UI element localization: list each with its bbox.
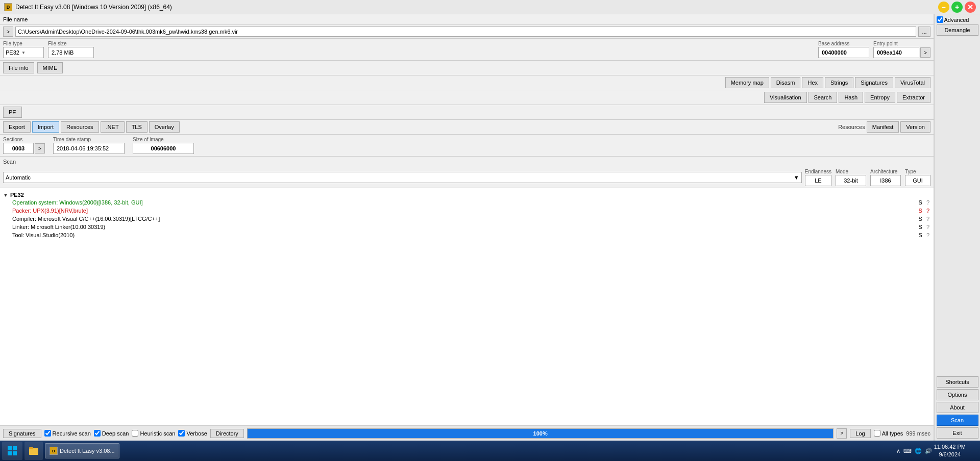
die-taskbar-label: Detect It Easy v3.08... — [60, 448, 115, 454]
pe-button[interactable]: PE — [3, 107, 22, 118]
scan-header: Scan — [0, 157, 934, 167]
sections-row: Sections 0003 > Time date stamp 2018-04-… — [0, 135, 934, 157]
memory-map-button[interactable]: Memory map — [725, 77, 769, 88]
mime-button[interactable]: MIME — [37, 62, 63, 73]
close-button[interactable]: ✕ — [965, 2, 976, 13]
directory-button[interactable]: Directory — [210, 429, 244, 438]
result-actions-4: S ? — [919, 232, 929, 238]
hash-button[interactable]: Hash — [839, 92, 863, 103]
signatures-button[interactable]: Signatures — [855, 77, 893, 88]
recursive-scan-text: Recursive scan — [53, 430, 91, 437]
manifest-button[interactable]: Manifest — [867, 121, 899, 133]
result-text-2: Compiler: Microsoft Visual C/C++(16.00.3… — [12, 216, 160, 222]
result-item-0: Operation system: Windows(2000)[I386, 32… — [2, 198, 932, 207]
resources-button[interactable]: Resources — [61, 121, 99, 133]
clock-date: 9/6/2024 — [934, 451, 966, 458]
verbose-text: Verbose — [186, 430, 207, 437]
file-manager-icon[interactable] — [24, 442, 43, 460]
type-group: Type GUI — [905, 169, 930, 186]
s-label-0[interactable]: S — [919, 199, 922, 206]
s-label-3[interactable]: S — [919, 224, 922, 230]
q-label-3[interactable]: ? — [926, 224, 929, 230]
mode-value: 32-bit — [836, 175, 866, 186]
heuristic-scan-label[interactable]: Heuristic scan — [132, 430, 175, 437]
mode-group: Mode 32-bit — [836, 169, 866, 186]
export-button[interactable]: Export — [3, 121, 31, 133]
s-label-2[interactable]: S — [919, 216, 922, 222]
file-type-arrow: ▼ — [21, 50, 26, 55]
sections-arrow-button[interactable]: > — [35, 143, 45, 153]
start-button[interactable] — [2, 442, 22, 460]
result-actions-2: S ? — [919, 216, 929, 222]
file-info-button[interactable]: File info — [3, 62, 34, 73]
search-button[interactable]: Search — [808, 92, 838, 103]
file-type-select[interactable]: PE32 ▼ — [3, 47, 44, 58]
q-label-4[interactable]: ? — [926, 232, 929, 238]
all-types-label[interactable]: All types — [874, 430, 903, 437]
minimize-button[interactable]: – — [938, 2, 949, 13]
disasm-button[interactable]: Disasm — [771, 77, 801, 88]
strings-button[interactable]: Strings — [825, 77, 853, 88]
virus-total-button[interactable]: VirusTotal — [895, 77, 930, 88]
q-label-2[interactable]: ? — [926, 216, 929, 222]
entropy-button[interactable]: Entropy — [865, 92, 895, 103]
deep-scan-checkbox[interactable] — [94, 430, 101, 437]
browse-button[interactable]: ... — [918, 27, 930, 37]
result-node-header[interactable]: ▼ PE32 — [2, 191, 932, 198]
maximize-button[interactable]: + — [951, 2, 963, 13]
network-icon[interactable]: 🌐 — [915, 448, 922, 454]
s-label-1[interactable]: S — [919, 208, 922, 214]
recursive-scan-label[interactable]: Recursive scan — [44, 430, 91, 437]
deep-scan-label[interactable]: Deep scan — [94, 430, 129, 437]
keyboard-icon[interactable]: ⌨ — [903, 448, 912, 454]
path-arrow-button[interactable]: > — [3, 27, 13, 37]
about-button[interactable]: About — [937, 402, 978, 413]
advanced-label: Advanced — [944, 17, 969, 23]
shortcuts-button[interactable]: Shortcuts — [937, 376, 978, 388]
die-taskbar-app[interactable]: D Detect It Easy v3.08... — [45, 443, 119, 458]
q-label-0[interactable]: ? — [926, 199, 929, 206]
q-label-1[interactable]: ? — [926, 208, 929, 214]
heuristic-scan-checkbox[interactable] — [132, 430, 138, 437]
net-button[interactable]: .NET — [101, 121, 125, 133]
volume-icon[interactable]: 🔊 — [925, 448, 932, 454]
svg-rect-0 — [8, 446, 12, 450]
scan-sidebar-button[interactable]: Scan — [937, 415, 978, 426]
architecture-group: Architecture I386 — [870, 169, 901, 186]
recursive-scan-checkbox[interactable] — [44, 430, 51, 437]
pe-section: PE — [0, 105, 934, 120]
endianness-group: Endianness LE — [805, 169, 831, 186]
exit-button[interactable]: Exit — [937, 427, 978, 439]
advanced-checkbox[interactable] — [937, 16, 943, 23]
s-label-4[interactable]: S — [919, 232, 922, 238]
all-types-checkbox[interactable] — [874, 430, 880, 437]
visualisation-button[interactable]: Visualisation — [764, 92, 807, 103]
scan-mode-select[interactable]: Automatic ▼ — [3, 172, 802, 183]
log-button[interactable]: Log — [850, 429, 870, 438]
import-button[interactable]: Import — [32, 121, 59, 133]
result-item-2: Compiler: Microsoft Visual C/C++(16.00.3… — [2, 215, 932, 223]
hex-button[interactable]: Hex — [802, 77, 823, 88]
verbose-checkbox[interactable] — [178, 430, 185, 437]
overlay-button[interactable]: Overlay — [149, 121, 180, 133]
results-area: ▼ PE32 Operation system: Windows(2000)[I… — [0, 188, 934, 425]
taskbar-clock[interactable]: 11:06:42 PM 9/6/2024 — [934, 443, 966, 459]
taskbar: D Detect It Easy v3.08... ∧ ⌨ 🌐 🔊 11:06:… — [0, 441, 980, 461]
verbose-label[interactable]: Verbose — [178, 430, 207, 437]
extractor-button[interactable]: Extractor — [897, 92, 930, 103]
signatures-status-button[interactable]: Signatures — [3, 429, 41, 438]
tls-button[interactable]: TLS — [126, 121, 148, 133]
tray-arrow-icon[interactable]: ∧ — [896, 448, 900, 454]
file-path-input[interactable] — [15, 27, 916, 37]
status-bar: Signatures Recursive scan Deep scan Heur… — [0, 425, 934, 441]
entry-point-arrow-button[interactable]: > — [920, 47, 930, 58]
file-type-group: File type PE32 ▼ — [3, 41, 44, 58]
options-button[interactable]: Options — [937, 389, 978, 400]
result-node-label: PE32 — [10, 192, 24, 198]
show-desktop-button[interactable] — [968, 442, 978, 460]
version-button[interactable]: Version — [900, 121, 930, 133]
import-export-row: Export Import Resources .NET TLS Overlay… — [0, 120, 934, 135]
window-title: Detect It Easy v3.08 [Windows 10 Version… — [15, 4, 172, 11]
progress-next-button[interactable]: > — [837, 428, 847, 439]
demangle-button[interactable]: Demangle — [937, 24, 978, 36]
